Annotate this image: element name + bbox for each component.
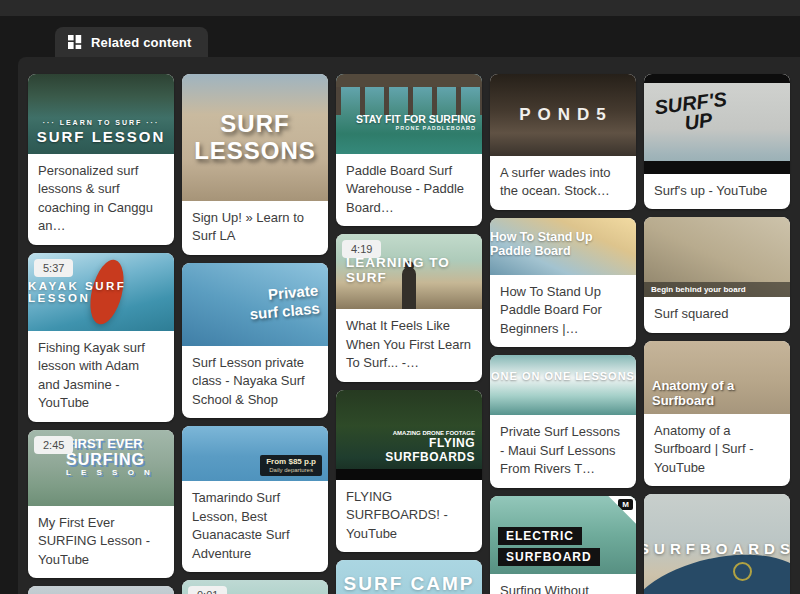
thumbnail-overlay-text: AMAZING DRONE FOOTAGEFLYING SURFBOARDS	[336, 390, 482, 480]
top-bar	[0, 0, 800, 16]
card-caption: A surfer wades into the ocean. Stock…	[490, 156, 636, 210]
card-caption: Fishing Kayak surf lesson with Adam and …	[28, 331, 174, 422]
thumbnail: 0:01	[182, 580, 328, 594]
thumbnail: ELECTRICSURFBOARDM	[490, 496, 636, 574]
related-card[interactable]: Privatesurf classSurf Lesson private cla…	[182, 263, 328, 418]
related-card[interactable]: How To Stand Up Paddle BoardHow To Stand…	[490, 218, 636, 347]
masonry-column-1: ··· LEARN TO SURF ···SURF LESSONPersonal…	[28, 74, 174, 594]
related-card[interactable]: SURFBOARDSPorthcawl Surf Webcam - Porthc…	[644, 494, 790, 594]
card-caption: What It Feels Like When You First Learn …	[336, 309, 482, 381]
thumbnail: FIRST EVERSURFINGL E S S O N2:45	[28, 430, 174, 506]
related-card[interactable]: Clases de Surf en Cantabria. Surf School…	[28, 586, 174, 594]
card-caption: FLYING SURFBOARDS! - YouTube	[336, 480, 482, 552]
duration-badge: 0:01	[188, 586, 227, 594]
related-content-panel: Related content ··· LEARN TO SURF ···SUR…	[0, 0, 800, 594]
thumbnail: SURF'SUP	[644, 74, 790, 174]
card-caption: Sign Up! » Learn to Surf LA	[182, 201, 328, 255]
duration-badge: 5:37	[34, 259, 73, 277]
thumbnail: Privatesurf class	[182, 263, 328, 346]
thumbnail-overlay-text: Anatomy of a Surfboard	[644, 341, 790, 414]
card-caption: Surf squared	[644, 297, 790, 332]
tab-related-content[interactable]: Related content	[55, 27, 208, 57]
thumbnail: Anatomy of a Surfboard	[644, 341, 790, 414]
card-caption: Private Surf Lessons - Maui Surf Lessons…	[490, 415, 636, 487]
related-card[interactable]: ONE ON ONE LESSONSPrivate Surf Lessons -…	[490, 355, 636, 487]
card-caption: Paddle Board Surf Warehouse - Paddle Boa…	[336, 154, 482, 226]
thumbnail: KAYAK SURF LESSON5:37	[28, 253, 174, 331]
thumbnail: SURF CAMP	[336, 560, 482, 594]
card-caption: Surfing Without Waves: Electric surfboar…	[490, 574, 636, 594]
related-card[interactable]: STAY FIT FOR SURFINGPRONE PADDLEBOARDPad…	[336, 74, 482, 226]
thumbnail: From $85 p.pDaily departures	[182, 426, 328, 481]
masonry-column-5: SURF'SUPSurf's up - YouTubeBegin behind …	[644, 74, 790, 594]
thumbnail: STAY FIT FOR SURFINGPRONE PADDLEBOARD	[336, 74, 482, 154]
related-card[interactable]: 0:01Planet Surf - Junior Camp Spain - Yo…	[182, 580, 328, 594]
price-badge: From $85 p.pDaily departures	[260, 455, 322, 476]
related-card[interactable]: SURF CAMP	[336, 560, 482, 594]
related-card[interactable]: Begin behind your boardSurf squared	[644, 217, 790, 332]
related-card[interactable]: FIRST EVERSURFINGL E S S O N2:45My First…	[28, 430, 174, 578]
thumbnail-overlay-text: SURFBOARDS	[644, 494, 790, 594]
thumbnail-overlay-text: SURF'SUP	[644, 74, 790, 174]
related-card[interactable]: From $85 p.pDaily departuresTamarindo Su…	[182, 426, 328, 572]
thumbnail: POND5	[490, 74, 636, 156]
thumbnail: AMAZING DRONE FOOTAGEFLYING SURFBOARDS	[336, 390, 482, 480]
thumbnail-overlay-text: ··· LEARN TO SURF ···SURF LESSON	[28, 74, 174, 154]
card-caption: Surf Lesson private class - Nayaka Surf …	[182, 346, 328, 418]
related-card[interactable]: ··· LEARN TO SURF ···SURF LESSONPersonal…	[28, 74, 174, 245]
thumbnail: ··· LEARN TO SURF ···SURF LESSON	[28, 74, 174, 154]
results-panel: ··· LEARN TO SURF ···SURF LESSONPersonal…	[18, 57, 800, 594]
duration-badge: 2:45	[34, 436, 73, 454]
tab-label: Related content	[91, 35, 192, 50]
card-caption: Anatomy of a Surfboard | Surf - YouTube	[644, 414, 790, 486]
masonry-grid-icon	[68, 35, 82, 49]
thumbnail	[28, 586, 174, 594]
masonry-column-2: SURFLESSONSSign Up! » Learn to Surf LAPr…	[182, 74, 328, 594]
masonry-columns: ··· LEARN TO SURF ···SURF LESSONPersonal…	[28, 74, 792, 594]
duration-badge: 4:19	[342, 240, 381, 258]
thumbnail: ONE ON ONE LESSONS	[490, 355, 636, 415]
masonry-column-4: POND5A surfer wades into the ocean. Stoc…	[490, 74, 636, 594]
related-card[interactable]: AMAZING DRONE FOOTAGEFLYING SURFBOARDSFL…	[336, 390, 482, 552]
thumbnail: SURFBOARDS	[644, 494, 790, 594]
thumbnail: Begin behind your board	[644, 217, 790, 297]
thumbnail: LEARNING TO SURF4:19	[336, 234, 482, 309]
related-card[interactable]: ELECTRICSURFBOARDMSurfing Without Waves:…	[490, 496, 636, 594]
thumbnail-overlay-text: Privatesurf class	[182, 263, 328, 346]
thumbnail: SURFLESSONS	[182, 74, 328, 201]
masonry-column-3: STAY FIT FOR SURFINGPRONE PADDLEBOARDPad…	[336, 74, 482, 594]
card-caption: My First Ever SURFING Lesson - YouTube	[28, 506, 174, 578]
related-card[interactable]: KAYAK SURF LESSON5:37Fishing Kayak surf …	[28, 253, 174, 422]
card-caption: Surf's up - YouTube	[644, 174, 790, 209]
thumbnail-overlay-text: SURF CAMP	[336, 560, 482, 594]
related-card[interactable]: POND5A surfer wades into the ocean. Stoc…	[490, 74, 636, 210]
card-caption: How To Stand Up Paddle Board For Beginne…	[490, 275, 636, 347]
card-caption: Personalized surf lessons & surf coachin…	[28, 154, 174, 245]
thumbnail-overlay-text: STAY FIT FOR SURFINGPRONE PADDLEBOARD	[336, 74, 482, 154]
related-card[interactable]: LEARNING TO SURF4:19What It Feels Like W…	[336, 234, 482, 381]
related-card[interactable]: SURFLESSONSSign Up! » Learn to Surf LA	[182, 74, 328, 255]
card-caption: Tamarindo Surf Lesson, Best Guanacaste S…	[182, 481, 328, 572]
thumbnail-overlay-text: SURFLESSONS	[182, 74, 328, 201]
thumbnail: How To Stand Up Paddle Board	[490, 218, 636, 275]
thumbnail-overlay-text: POND5	[490, 74, 636, 156]
related-card[interactable]: Anatomy of a SurfboardAnatomy of a Surfb…	[644, 341, 790, 486]
thumbnail-overlay-text: Begin behind your board	[644, 282, 790, 297]
thumbnail-overlay-text: How To Stand Up Paddle Board	[490, 218, 636, 275]
thumbnail-overlay-text: ELECTRICSURFBOARD	[490, 496, 636, 574]
related-card[interactable]: SURF'SUPSurf's up - YouTube	[644, 74, 790, 209]
thumbnail-overlay-text: ONE ON ONE LESSONS	[490, 355, 636, 415]
